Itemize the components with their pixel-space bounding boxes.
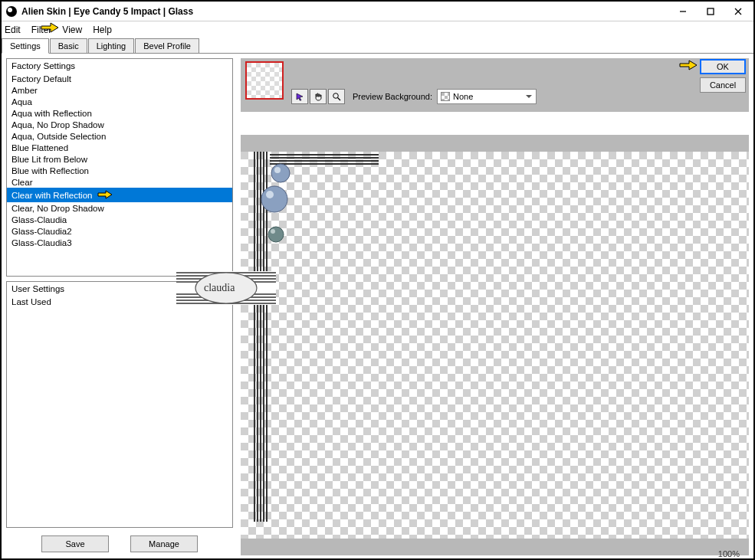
zoom-tool-button[interactable] bbox=[328, 89, 345, 104]
factory-list-item[interactable]: Clear bbox=[7, 176, 232, 188]
menubar: Edit Filter View Help bbox=[2, 21, 753, 38]
svg-point-22 bbox=[261, 186, 287, 212]
ok-button[interactable]: OK bbox=[700, 59, 746, 74]
svg-point-23 bbox=[266, 191, 274, 198]
tab-lighting[interactable]: Lighting bbox=[88, 38, 135, 53]
pointer-icon bbox=[97, 189, 113, 201]
preview-panel: Preview Background: None OK Cancel bbox=[241, 58, 749, 555]
factory-list-item[interactable]: Aqua, Outside Selection bbox=[7, 130, 232, 142]
tab-settings[interactable]: Settings bbox=[2, 38, 49, 54]
svg-rect-1 bbox=[707, 8, 714, 15]
maximize-button[interactable] bbox=[697, 2, 724, 21]
list-item-label: Clear with Reflection bbox=[11, 191, 92, 200]
factory-list-item[interactable]: Clear with Reflection bbox=[7, 188, 232, 202]
factory-list-item[interactable]: Glass-Claudia bbox=[7, 214, 232, 225]
menu-view[interactable]: View bbox=[62, 25, 82, 35]
titlebar: Alien Skin | Eye Candy 5 Impact | Glass bbox=[2, 2, 753, 21]
minimize-icon bbox=[679, 8, 687, 15]
close-button[interactable] bbox=[724, 2, 752, 21]
preview-bottom-stripe bbox=[241, 539, 749, 555]
preview-artwork bbox=[241, 152, 379, 522]
close-icon bbox=[734, 8, 742, 15]
window-title: Alien Skin | Eye Candy 5 Impact | Glass bbox=[21, 6, 193, 17]
list-item-label: Amber bbox=[11, 86, 38, 95]
dialog-actions: OK Cancel bbox=[678, 58, 746, 93]
factory-list-item[interactable]: Glass-Claudia3 bbox=[7, 237, 232, 248]
tool-row bbox=[291, 89, 345, 104]
svg-line-5 bbox=[338, 98, 341, 101]
svg-point-20 bbox=[271, 164, 290, 182]
tab-basic[interactable]: Basic bbox=[50, 38, 87, 53]
manage-button[interactable]: Manage bbox=[130, 535, 198, 552]
svg-point-25 bbox=[271, 229, 275, 234]
list-item-label: Blue with Reflection bbox=[11, 166, 89, 175]
pointer-icon bbox=[678, 58, 698, 75]
save-button[interactable]: Save bbox=[41, 535, 109, 552]
main-area: Factory Settings Factory DefaultAmberAqu… bbox=[2, 54, 753, 558]
pointer-tool-icon bbox=[295, 92, 304, 101]
app-window: Alien Skin | Eye Candy 5 Impact | Glass … bbox=[0, 0, 755, 560]
pointer-tool-button[interactable] bbox=[291, 89, 308, 104]
list-item-label: Clear bbox=[11, 178, 32, 187]
factory-list-item[interactable]: Aqua bbox=[7, 96, 232, 107]
hand-tool-icon bbox=[313, 92, 323, 101]
pointer-icon bbox=[40, 20, 60, 39]
layer-thumbnail[interactable] bbox=[245, 61, 284, 100]
zoom-level: 100% bbox=[718, 549, 740, 558]
list-item-label: Glass-Claudia3 bbox=[11, 238, 72, 247]
list-item-label: Glass-Claudia2 bbox=[11, 227, 72, 236]
titlebar-left: Alien Skin | Eye Candy 5 Impact | Glass bbox=[6, 6, 193, 17]
factory-list-item[interactable]: Aqua, No Drop Shadow bbox=[7, 119, 232, 130]
factory-list-item[interactable]: Factory Default bbox=[7, 73, 232, 84]
watermark: claudia bbox=[176, 267, 276, 313]
tabbar: Settings Basic Lighting Bevel Profile bbox=[2, 38, 753, 54]
checker-swatch-icon bbox=[441, 92, 450, 101]
preview-top-stripe bbox=[241, 135, 749, 152]
preview-toolbar: Preview Background: None OK Cancel bbox=[241, 58, 749, 112]
ok-row: OK bbox=[678, 58, 746, 75]
factory-list-item[interactable]: Amber bbox=[7, 84, 232, 96]
factory-list-item[interactable]: Blue with Reflection bbox=[7, 165, 232, 176]
factory-settings-list[interactable]: Factory Settings Factory DefaultAmberAqu… bbox=[6, 58, 233, 277]
factory-list-item[interactable]: Glass-Claudia2 bbox=[7, 225, 232, 237]
preview-gap bbox=[241, 112, 749, 135]
svg-point-24 bbox=[268, 227, 284, 242]
window-controls bbox=[669, 2, 752, 21]
factory-settings-header: Factory Settings bbox=[7, 59, 232, 73]
list-item-label: Glass-Claudia bbox=[11, 215, 67, 224]
factory-list-item[interactable]: Blue Flattened bbox=[7, 142, 232, 153]
preview-background-select[interactable]: None bbox=[437, 89, 537, 104]
list-item-label: Aqua bbox=[11, 97, 32, 106]
tab-bevel-profile[interactable]: Bevel Profile bbox=[135, 38, 199, 53]
list-item-label: Clear, No Drop Shadow bbox=[11, 204, 104, 213]
list-item-label: Aqua, Outside Selection bbox=[11, 132, 106, 141]
preview-canvas[interactable] bbox=[241, 152, 749, 539]
settings-buttons: Save Manage bbox=[6, 532, 233, 555]
factory-list-item[interactable]: Blue Lit from Below bbox=[7, 153, 232, 165]
svg-point-4 bbox=[333, 93, 339, 99]
watermark-text: claudia bbox=[204, 282, 235, 294]
factory-list-item[interactable]: Aqua with Reflection bbox=[7, 107, 232, 119]
list-item-label: Aqua with Reflection bbox=[11, 109, 92, 118]
list-item-label: Factory Default bbox=[11, 74, 71, 84]
menu-edit[interactable]: Edit bbox=[5, 25, 21, 35]
menu-help[interactable]: Help bbox=[93, 25, 112, 35]
list-item-label: Blue Lit from Below bbox=[11, 155, 87, 164]
maximize-icon bbox=[707, 8, 714, 15]
preview-background-control: Preview Background: None bbox=[353, 89, 537, 104]
preview-background-label: Preview Background: bbox=[353, 92, 432, 101]
zoom-tool-icon bbox=[332, 92, 341, 101]
user-settings-list[interactable]: User Settings Last Used bbox=[6, 281, 233, 528]
minimize-button[interactable] bbox=[669, 2, 697, 21]
hand-tool-button[interactable] bbox=[310, 89, 327, 104]
preview-background-value: None bbox=[453, 92, 473, 101]
factory-list-item[interactable]: Clear, No Drop Shadow bbox=[7, 202, 232, 214]
svg-point-21 bbox=[274, 167, 281, 173]
cancel-button[interactable]: Cancel bbox=[700, 77, 746, 93]
list-item-label: Blue Flattened bbox=[11, 143, 68, 152]
list-item-label: Aqua, No Drop Shadow bbox=[11, 120, 104, 129]
app-icon bbox=[6, 6, 17, 17]
